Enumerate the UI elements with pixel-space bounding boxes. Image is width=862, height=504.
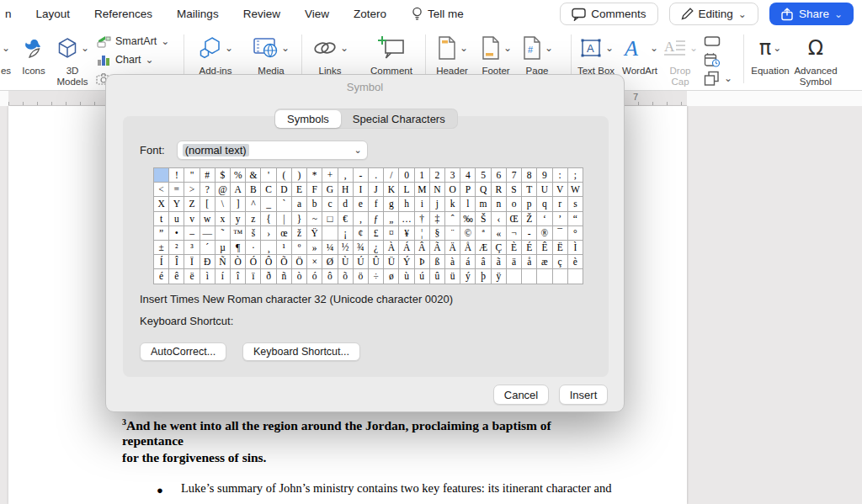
symbol-cell[interactable]: i <box>415 197 430 211</box>
symbol-cell[interactable]: ù <box>399 269 414 284</box>
symbol-cell[interactable] <box>553 269 568 284</box>
symbol-cell[interactable]: ½ <box>338 241 354 255</box>
symbol-cell[interactable]: o <box>507 197 522 211</box>
symbol-cell[interactable]: „ <box>384 212 399 226</box>
symbol-cell[interactable]: W <box>568 183 583 197</box>
symbol-cell[interactable]: T <box>522 183 537 197</box>
symbol-cell[interactable]: ± <box>154 241 169 255</box>
symbol-cell[interactable]: › <box>261 226 276 241</box>
symbol-cell[interactable]: — <box>200 226 216 241</box>
share-button[interactable]: Share ⌄ <box>769 3 854 25</box>
symbol-cell[interactable]: æ <box>537 255 552 269</box>
symbol-cell[interactable]: 0 <box>399 168 414 183</box>
text-box-button[interactable]: A ⌄ Text Box <box>574 30 618 77</box>
keyboard-shortcut-button[interactable]: Keyboard Shortcut... <box>242 342 360 361</box>
symbol-cell[interactable]: ´ <box>200 241 216 255</box>
symbol-cell[interactable]: N <box>430 183 445 197</box>
symbol-cell[interactable]: Ê <box>537 241 552 255</box>
symbol-cell[interactable]: º <box>292 241 307 255</box>
symbol-cell[interactable]: Ç <box>492 241 507 255</box>
symbol-cell[interactable]: 9 <box>537 168 552 183</box>
object-button[interactable]: ⌄ <box>704 69 739 88</box>
symbol-cell[interactable]: ì <box>200 269 216 284</box>
symbol-cell[interactable]: ™ <box>231 226 246 241</box>
symbol-cell[interactable]: Ô <box>261 255 276 269</box>
symbol-cell[interactable] <box>522 269 537 284</box>
symbol-cell[interactable]: Ñ <box>216 255 231 269</box>
menu-item-zotero[interactable]: Zotero <box>354 8 386 20</box>
symbol-cell[interactable]: m <box>476 197 491 211</box>
symbol-cell[interactable]: s <box>568 197 583 211</box>
symbol-cell[interactable]: " <box>184 168 200 183</box>
symbol-cell[interactable]: ° <box>568 226 583 241</box>
symbol-cell[interactable]: † <box>415 212 430 226</box>
symbol-cell[interactable]: ñ <box>277 269 292 284</box>
symbol-cell[interactable]: Z <box>184 197 200 211</box>
symbol-cell[interactable]: q <box>537 197 552 211</box>
frame-button[interactable] <box>704 32 739 50</box>
symbol-cell[interactable]: ó <box>307 269 322 284</box>
symbol-cell[interactable]: € <box>338 212 354 226</box>
menu-item-view[interactable]: View <box>305 8 329 20</box>
symbol-cell[interactable]: í <box>216 269 231 284</box>
symbol-cell[interactable]: ( <box>277 168 292 183</box>
symbol-cell[interactable]: L <box>399 183 414 197</box>
symbol-cell[interactable]: ³ <box>184 241 200 255</box>
symbol-cell[interactable]: « <box>492 226 507 241</box>
symbol-cell[interactable]: ~ <box>307 212 322 226</box>
symbol-cell[interactable]: þ <box>476 269 491 284</box>
symbol-cell[interactable]: Ò <box>231 255 246 269</box>
symbol-cell[interactable]: ð <box>261 269 276 284</box>
symbol-cell[interactable]: e <box>354 197 369 211</box>
symbol-cell[interactable]: ä <box>507 255 522 269</box>
symbol-cell[interactable]: Ù <box>338 255 354 269</box>
symbol-cell[interactable]: | <box>277 212 292 226</box>
symbol-cell[interactable]: C <box>261 183 276 197</box>
symbol-cell[interactable]: K <box>384 183 399 197</box>
symbol-cell[interactable]: X <box>154 197 169 211</box>
symbol-cell[interactable]: Y <box>169 197 184 211</box>
symbol-cell[interactable]: ¬ <box>507 226 522 241</box>
symbol-cell[interactable]: … <box>399 212 414 226</box>
symbol-cell[interactable]: â <box>476 255 491 269</box>
symbol-cell[interactable]: H <box>338 183 354 197</box>
symbol-cell[interactable]: î <box>231 269 246 284</box>
tab-special-characters[interactable]: Special Characters <box>341 110 457 128</box>
symbol-cell[interactable]: ¸ <box>261 241 276 255</box>
symbol-cell[interactable]: ’ <box>553 212 568 226</box>
symbol-cell[interactable]: å <box>522 255 537 269</box>
symbol-cell[interactable]: ö <box>354 269 369 284</box>
symbol-cell[interactable]: Œ <box>507 212 522 226</box>
symbol-cell[interactable]: Æ <box>476 241 491 255</box>
symbol-cell[interactable]: - <box>354 168 369 183</box>
symbol-cell[interactable]: t <box>154 212 169 226</box>
symbol-cell[interactable]: h <box>399 197 414 211</box>
menu-item-layout[interactable]: Layout <box>36 8 71 20</box>
symbol-cell[interactable]: 8 <box>522 168 537 183</box>
symbol-cell[interactable]: 5 <box>476 168 491 183</box>
symbol-cell[interactable]: © <box>460 226 476 241</box>
symbol-cell[interactable]: ˆ <box>445 212 460 226</box>
symbol-cell[interactable]: – <box>184 226 200 241</box>
symbol-cell[interactable]: à <box>445 255 460 269</box>
symbol-cell[interactable]: % <box>231 168 246 183</box>
symbol-cell[interactable]: ? <box>200 183 216 197</box>
footer-button[interactable]: ⌄ Footer <box>474 30 518 77</box>
symbol-cell[interactable]: @ <box>216 183 231 197</box>
smartart-button[interactable]: SmartArt ⌄ <box>96 32 180 50</box>
symbol-cell[interactable]: ¨ <box>445 226 460 241</box>
symbol-cell[interactable]: · <box>246 241 261 255</box>
symbol-cell[interactable]: ! <box>169 168 184 183</box>
symbol-cell[interactable]: ˜ <box>216 226 231 241</box>
symbol-cell[interactable]: ] <box>231 197 246 211</box>
links-button[interactable]: ⌄ Links <box>308 30 352 77</box>
symbol-cell[interactable]: ² <box>169 241 184 255</box>
symbol-cell[interactable]: Ø <box>322 255 338 269</box>
symbol-cell[interactable]: œ <box>277 226 292 241</box>
symbol-cell[interactable]: ¥ <box>399 226 414 241</box>
symbol-cell[interactable]: d <box>338 197 354 211</box>
symbol-cell[interactable]: ; <box>568 168 583 183</box>
symbol-cell[interactable]: Ú <box>354 255 369 269</box>
symbol-cell[interactable]: ¡ <box>338 226 354 241</box>
symbol-cell[interactable]: š <box>246 226 261 241</box>
